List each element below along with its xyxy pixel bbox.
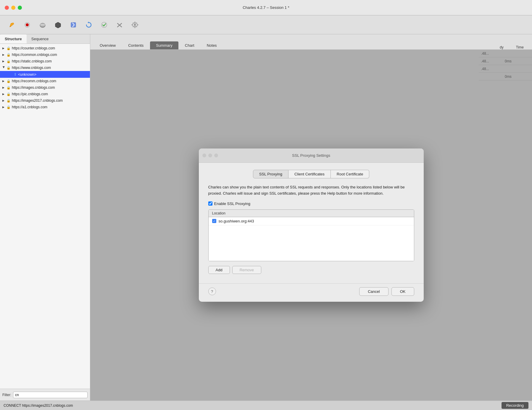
modal-min-button[interactable] xyxy=(208,154,212,157)
content-body: SSL Proxying Settings SSL Proxying Clien… xyxy=(90,50,532,401)
cancel-button[interactable]: Cancel xyxy=(359,287,388,296)
location-text-0: so.gushiwen.org:443 xyxy=(219,219,254,223)
modal-tab-client-certificates[interactable]: Client Certificates xyxy=(288,170,331,178)
sidebar-item-pic[interactable]: ▶ 🔒 https://pic.cnblogs.com xyxy=(0,91,90,97)
throttle-button[interactable] xyxy=(36,18,50,32)
modal-title: SSL Proxying Settings xyxy=(292,153,330,158)
sidebar-item-images[interactable]: ▶ 🔒 https://images.cnblogs.com xyxy=(0,84,90,91)
stop-button[interactable] xyxy=(51,18,65,32)
maximize-button[interactable] xyxy=(18,6,22,10)
tab-overview[interactable]: Overview xyxy=(94,41,122,49)
upload-icon-unknown: ⬆ xyxy=(14,72,17,77)
modal-body: SSL Proxying Client Certificates Root Ce… xyxy=(199,163,424,283)
filter-label: Filter: xyxy=(2,393,11,397)
tab-chart[interactable]: Chart xyxy=(179,41,200,49)
svg-rect-6 xyxy=(71,22,76,27)
sidebar-item-counter[interactable]: ▶ 🔒 https://counter.cnblogs.com xyxy=(0,45,90,51)
arrow-icon-images2017: ▶ xyxy=(2,99,5,102)
tab-summary[interactable]: Summary xyxy=(150,41,178,49)
modal-close-button[interactable] xyxy=(202,154,206,157)
location-table-empty-area xyxy=(209,225,414,261)
sidebar-tab-structure[interactable]: Structure xyxy=(0,34,27,43)
app-title: Charles 4.2.7 – Session 1 * xyxy=(243,5,289,10)
sidebar-label-counter: https://counter.cnblogs.com xyxy=(12,46,88,50)
filter-bar: Filter: xyxy=(0,389,90,401)
lock-icon-common: 🔒 xyxy=(7,53,11,57)
modal-footer: ? Cancel OK xyxy=(199,283,424,302)
enable-ssl-checkbox-row: Enable SSL Proxying xyxy=(208,201,414,206)
filter-input[interactable] xyxy=(13,392,88,398)
modal-max-button[interactable] xyxy=(214,154,218,157)
sidebar-item-common[interactable]: ▶ 🔒 https://common.cnblogs.com xyxy=(0,51,90,58)
breakpoint-button[interactable] xyxy=(66,18,80,32)
sidebar-item-recomm[interactable]: ▶ 🔒 https://recomm.cnblogs.com xyxy=(0,78,90,84)
sidebar-list: ▶ 🔒 https://counter.cnblogs.com ▶ 🔒 http… xyxy=(0,44,90,389)
content-area: Overview Contents Summary Chart Notes dy… xyxy=(90,34,532,401)
modal-tab-ssl-proxying[interactable]: SSL Proxying xyxy=(253,170,288,178)
sidebar-label-common: https://common.cnblogs.com xyxy=(12,53,88,57)
arrow-icon-recomm: ▶ xyxy=(2,80,5,83)
sidebar-label-a1: https://a1.cnblogs.com xyxy=(12,105,88,109)
close-button[interactable] xyxy=(5,6,9,10)
recording-button[interactable]: Recording xyxy=(502,402,528,409)
refresh-button[interactable] xyxy=(82,18,96,32)
pen-tool-button[interactable] xyxy=(5,18,19,32)
modal-actions-row: Add Remove xyxy=(208,266,414,276)
status-bar: CONNECT https://images2017.cnblogs.com R… xyxy=(0,401,532,410)
svg-point-1 xyxy=(26,23,29,26)
sidebar-item-static[interactable]: ▶ 🔒 https://static.cnblogs.com xyxy=(0,58,90,64)
location-row-0[interactable]: ✓ so.gushiwen.org:443 xyxy=(209,217,414,225)
svg-point-8 xyxy=(101,22,107,28)
remove-location-button[interactable]: Remove xyxy=(232,266,261,274)
add-remove-buttons: Add Remove xyxy=(208,266,262,274)
help-button[interactable]: ? xyxy=(208,288,216,295)
ok-button[interactable]: OK xyxy=(391,287,414,296)
arrow-icon-www: ▶ xyxy=(2,66,5,69)
ssl-proxying-modal: SSL Proxying Settings SSL Proxying Clien… xyxy=(199,148,424,302)
titlebar: Charles 4.2.7 – Session 1 * xyxy=(0,0,532,15)
lock-icon-counter: 🔒 xyxy=(7,46,11,50)
sidebar-label-www: https://www.cnblogs.com xyxy=(12,66,88,70)
sidebar-item-www[interactable]: ▶ 🔒 https://www.cnblogs.com xyxy=(0,64,90,71)
record-button[interactable] xyxy=(20,18,34,32)
sidebar-label-static: https://static.cnblogs.com xyxy=(12,59,88,63)
sidebar-label-recomm: https://recomm.cnblogs.com xyxy=(12,79,88,83)
sidebar-tab-sequence[interactable]: Sequence xyxy=(27,34,54,43)
lock-icon-a1: 🔒 xyxy=(7,105,11,109)
content-tabs: Overview Contents Summary Chart Notes dy… xyxy=(90,34,532,50)
modal-titlebar: SSL Proxying Settings xyxy=(199,148,424,163)
column-header-dy: dy xyxy=(500,45,515,49)
sidebar-tabs: Structure Sequence xyxy=(0,34,90,44)
enable-ssl-label: Enable SSL Proxying xyxy=(214,201,250,206)
location-table-header: Location xyxy=(209,210,414,217)
modal-description: Charles can show you the plain text cont… xyxy=(208,184,414,197)
lock-icon-recomm: 🔒 xyxy=(7,79,11,83)
add-location-button[interactable]: Add xyxy=(208,266,230,274)
sidebar-label-unknown: <unknown> xyxy=(18,72,88,77)
arrow-icon-pic: ▶ xyxy=(2,93,5,96)
window-controls xyxy=(5,6,22,10)
sidebar-item-images2017[interactable]: ▶ 🔒 https://images2017.cnblogs.com xyxy=(0,97,90,104)
settings-button[interactable] xyxy=(128,18,142,32)
tab-contents[interactable]: Contents xyxy=(122,41,149,49)
tick-button[interactable] xyxy=(97,18,111,32)
tools-button[interactable] xyxy=(112,18,127,32)
lock-icon-images2017: 🔒 xyxy=(7,99,11,103)
column-header-time: Time xyxy=(516,45,528,49)
enable-ssl-checkbox[interactable] xyxy=(208,201,212,206)
modal-tab-root-certificate[interactable]: Root Certificate xyxy=(331,170,370,178)
sidebar-item-a1[interactable]: ▶ 🔒 https://a1.cnblogs.com xyxy=(0,104,90,110)
svg-point-11 xyxy=(134,24,136,26)
svg-point-4 xyxy=(40,24,45,26)
lock-icon-static: 🔒 xyxy=(7,59,11,63)
arrow-icon-counter: ▶ xyxy=(2,47,5,50)
location-checkbox-0[interactable]: ✓ xyxy=(212,219,216,223)
lock-icon-images: 🔒 xyxy=(7,86,11,90)
minimize-button[interactable] xyxy=(11,6,15,10)
location-table: Location ✓ so.gushiwen.org:443 xyxy=(208,209,414,261)
lock-icon-www: 🔒 xyxy=(7,66,11,70)
modal-tabs: SSL Proxying Client Certificates Root Ce… xyxy=(208,170,414,178)
tab-notes[interactable]: Notes xyxy=(201,41,223,49)
sidebar-item-unknown[interactable]: ▶ ⬆ <unknown> xyxy=(0,71,90,78)
modal-overlay: SSL Proxying Settings SSL Proxying Clien… xyxy=(90,50,532,401)
